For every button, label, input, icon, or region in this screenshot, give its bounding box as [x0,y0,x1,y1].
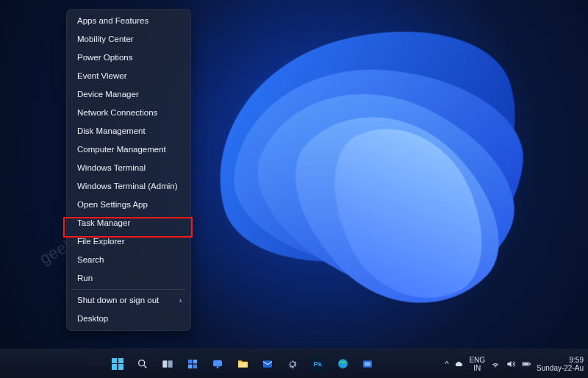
svg-point-0 [139,360,145,365]
photoshop-icon[interactable]: Ps [307,354,328,374]
start-icon[interactable] [107,354,128,374]
menu-item-computer-management[interactable]: Computer Management [67,140,190,159]
menu-item-label: Windows Terminal (Admin) [77,181,178,192]
menu-item-label: Open Settings App [77,199,148,210]
onedrive-icon[interactable] [453,359,464,369]
svg-rect-17 [530,363,531,364]
menu-item-label: Disk Management [77,126,146,137]
clock-time: 9:59 [537,356,584,364]
menu-item-label: File Explorer [77,236,125,247]
edge-icon[interactable] [332,354,353,374]
svg-rect-10 [238,363,248,367]
menu-item-label: Apps and Features [77,15,148,26]
menu-item-label: Desktop [77,313,108,324]
svg-rect-3 [168,360,173,367]
file-explorer-icon[interactable] [232,354,253,374]
taskbar-systray: ^ ENG IN 9:59 Sunday-22-Au [445,349,584,378]
wifi-icon[interactable] [490,359,501,369]
winx-context-menu: Apps and FeaturesMobility CenterPower Op… [66,9,191,331]
menu-item-task-manager[interactable]: Task Manager [67,214,190,232]
language-indicator[interactable]: ENG IN [469,356,485,372]
menu-item-apps-and-features[interactable]: Apps and Features [67,12,190,30]
menu-item-windows-terminal[interactable]: Windows Terminal [67,159,190,177]
menu-item-run[interactable]: Run [67,269,190,288]
taskbar-clock[interactable]: 9:59 Sunday-22-Au [537,356,584,372]
menu-item-disk-management[interactable]: Disk Management [67,122,190,140]
taskbar: Ps ^ ENG IN 9:59 Sunday-22-Au [0,349,588,378]
svg-point-12 [338,359,348,368]
menu-item-search[interactable]: Search [67,251,190,269]
menu-item-label: Run [77,273,93,284]
svg-rect-2 [162,360,167,367]
menu-item-device-manager[interactable]: Device Manager [67,85,190,104]
widgets-icon[interactable] [182,354,203,374]
chevron-right-icon: › [179,295,182,306]
menu-item-label: Search [77,254,104,265]
menu-item-desktop[interactable]: Desktop [67,310,190,328]
menu-item-label: Computer Management [77,144,166,155]
svg-rect-14 [365,362,370,365]
language-bottom: IN [469,364,485,372]
menu-item-label: Power Options [77,52,132,63]
menu-separator [71,289,186,290]
mail-icon[interactable] [257,354,278,374]
svg-rect-4 [188,360,192,363]
svg-rect-7 [193,364,197,368]
search-icon[interactable] [132,354,153,374]
volume-icon[interactable] [506,359,516,369]
menu-item-windows-terminal-admin[interactable]: Windows Terminal (Admin) [67,177,190,196]
clock-date: Sunday-22-Au [537,364,584,372]
menu-item-label: Windows Terminal [77,163,146,174]
task-view-icon[interactable] [157,354,178,374]
svg-point-9 [217,366,219,368]
snip-icon[interactable] [357,354,378,374]
menu-item-shut-down-or-sign-out[interactable]: Shut down or sign out› [67,291,190,310]
svg-rect-5 [193,360,197,363]
taskbar-center: Ps [107,354,378,374]
settings-icon[interactable] [282,354,303,374]
svg-rect-11 [263,360,272,367]
svg-rect-6 [188,364,192,368]
menu-item-mobility-center[interactable]: Mobility Center [67,30,190,49]
svg-line-1 [144,365,146,368]
menu-item-open-settings-app[interactable]: Open Settings App [67,196,190,214]
menu-item-label: Event Viewer [77,71,127,82]
menu-item-label: Shut down or sign out [77,295,159,306]
menu-item-power-options[interactable]: Power Options [67,49,190,67]
tray-overflow-chevron-icon[interactable]: ^ [445,360,448,368]
language-top: ENG [469,356,485,364]
svg-rect-8 [213,360,222,366]
menu-item-file-explorer[interactable]: File Explorer [67,232,190,251]
menu-item-label: Device Manager [77,89,139,100]
menu-item-label: Network Connections [77,107,157,118]
chat-icon[interactable] [207,354,228,374]
menu-item-label: Task Manager [77,218,130,229]
menu-item-label: Mobility Center [77,34,134,45]
menu-item-network-connections[interactable]: Network Connections [67,104,190,122]
battery-icon[interactable] [521,359,531,369]
svg-rect-16 [523,363,528,364]
menu-item-event-viewer[interactable]: Event Viewer [67,67,190,85]
